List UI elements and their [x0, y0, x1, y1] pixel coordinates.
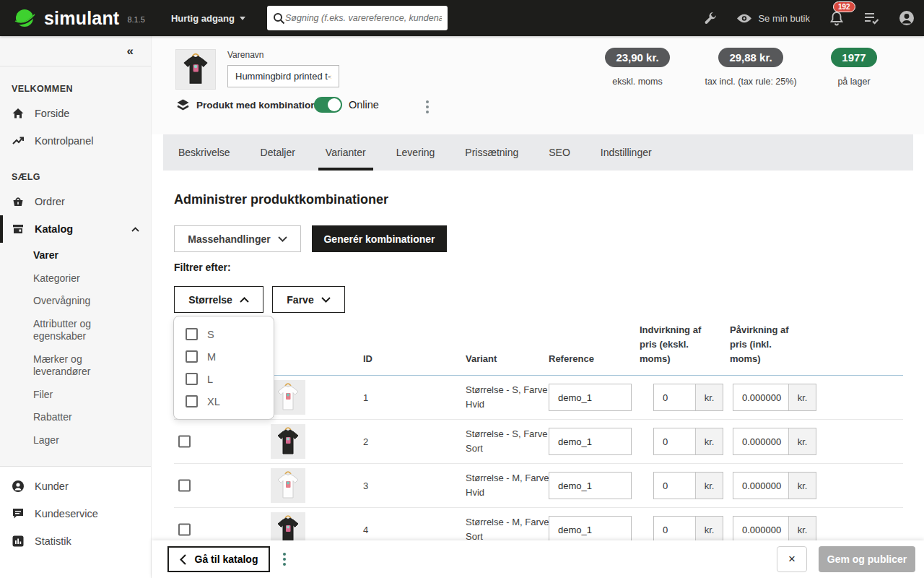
sidebar: « VELKOMMEN Forside Kontrolpanel SÆLG Or… [0, 36, 152, 578]
sidebar-item-ordrer[interactable]: Ordrer [0, 188, 151, 215]
sidebar-item-forside[interactable]: Forside [0, 100, 151, 127]
eye-icon [736, 13, 752, 24]
tab-prissaetning[interactable]: Prissætning [458, 134, 526, 171]
price-excl-pill: 23,90 kr. [605, 48, 669, 67]
currency-addon: kr. [788, 473, 816, 499]
price-impact-excl-group: kr. [653, 384, 723, 411]
product-type-badge: Produkt med kombinationer [176, 98, 326, 112]
tab-seo[interactable]: SEO [541, 134, 578, 171]
submenu-item-attributter[interactable]: Attributter og egenskaber [0, 313, 151, 348]
currency-addon: kr. [788, 517, 816, 543]
color-filter-dropdown[interactable]: Farve [272, 286, 345, 313]
submenu-item-kategorier[interactable]: Kategorier [0, 267, 151, 290]
price-impact-excl-input[interactable] [654, 517, 695, 543]
chevron-down-icon [278, 236, 287, 242]
price-impact-excl-input[interactable] [654, 428, 695, 454]
price-impact-incl-input[interactable] [733, 384, 788, 410]
chevron-down-icon [321, 297, 331, 303]
sidebar-item-kundeservice[interactable]: Kundeservice [0, 500, 151, 527]
reference-input[interactable] [549, 384, 631, 410]
save-and-publish-button[interactable]: Gem og publicer [819, 546, 915, 572]
submenu-item-rabatter[interactable]: Rabatter [0, 406, 151, 429]
submenu-item-overvaagning[interactable]: Overvågning [0, 290, 151, 313]
currency-addon: kr. [788, 384, 816, 410]
size-option-label: S [207, 329, 214, 340]
product-name-input[interactable] [227, 65, 339, 87]
checkbox[interactable] [186, 328, 198, 340]
collapse-sidebar-button[interactable]: « [127, 44, 134, 59]
basket-icon [12, 195, 25, 208]
bulk-actions-dropdown[interactable]: Massehandlinger [174, 225, 301, 252]
reference-group [549, 384, 632, 411]
filter-by-label: Filtrer efter: [174, 262, 231, 273]
price-impact-incl-input[interactable] [733, 473, 788, 499]
submenu-item-varer[interactable]: Varer [0, 244, 151, 267]
combination-image [271, 424, 305, 459]
size-option-xl[interactable]: XL [174, 390, 274, 413]
reference-input[interactable] [549, 428, 631, 454]
size-filter-dropdown[interactable]: Størrelse [174, 286, 263, 313]
tasks-button[interactable] [863, 12, 879, 25]
checkbox[interactable] [186, 373, 198, 385]
footer-more-actions-button[interactable] [283, 553, 286, 566]
sidebar-item-statistik[interactable]: Statistik [0, 527, 151, 555]
column-header-price-incl: Påvirkning af pris (inkl. moms) [730, 323, 793, 366]
generate-combinations-button[interactable]: Generér kombinationer [312, 225, 447, 252]
sidebar-item-kunder[interactable]: Kunder [0, 473, 151, 500]
reference-input[interactable] [549, 517, 631, 543]
submenu-item-lager[interactable]: Lager [0, 429, 151, 452]
table-row: 1Størrelse - S, Farve - Hvidkr.kr. [174, 376, 903, 420]
notifications-button[interactable]: 192 [829, 10, 845, 26]
reference-group [549, 428, 632, 455]
submenu-item-filer[interactable]: Filer [0, 384, 151, 407]
tab-beskrivelse[interactable]: Beskrivelse [171, 134, 237, 171]
sidebar-item-kontrolpanel[interactable]: Kontrolpanel [0, 127, 151, 155]
price-impact-incl-input[interactable] [733, 428, 788, 454]
product-more-actions-button[interactable] [426, 100, 429, 113]
brand-logo[interactable]: simulant 8.1.5 [0, 5, 152, 31]
size-option-l[interactable]: L [174, 368, 274, 390]
submenu-item-maerker[interactable]: Mærker og leverandører [0, 348, 151, 384]
column-header-reference: Reference [549, 352, 594, 366]
footer-bar: Gå til katalog × Gem og publicer [152, 540, 924, 578]
table-row: 3Størrelse - M, Farve - Hvidkr.kr. [174, 464, 903, 508]
reference-input[interactable] [549, 473, 631, 499]
quick-access-menu[interactable]: Hurtig adgang [171, 13, 245, 24]
combination-variant: Størrelse - M, Farve - Hvid [466, 471, 561, 500]
page-title: Administrer produktkombinationer [174, 192, 388, 207]
row-checkbox[interactable] [178, 524, 191, 536]
table-row: 2Størrelse - S, Farve - Sortkr.kr. [174, 420, 903, 464]
tab-indstillinger[interactable]: Indstillinger [593, 134, 659, 171]
row-checkbox[interactable] [178, 480, 191, 492]
reference-group [549, 516, 632, 543]
checkbox[interactable] [186, 350, 198, 363]
back-to-catalog-button[interactable]: Gå til katalog [167, 546, 270, 572]
checkbox[interactable] [186, 395, 198, 407]
size-option-s[interactable]: S [174, 323, 274, 345]
tab-detaljer[interactable]: Detaljer [253, 134, 302, 171]
row-checkbox[interactable] [178, 436, 191, 448]
account-button[interactable] [898, 9, 915, 27]
sidebar-collapse-strip: « [0, 36, 151, 66]
view-shop-link[interactable]: Se min butik [736, 13, 810, 24]
size-option-m[interactable]: M [174, 345, 274, 368]
price-incl-stat: 29,88 kr. tax incl. (tax rule: 25%) [693, 48, 808, 87]
currency-addon: kr. [695, 517, 723, 543]
price-incl-pill: 29,88 kr. [718, 48, 783, 67]
price-impact-incl-input[interactable] [733, 517, 788, 543]
currency-addon: kr. [788, 428, 816, 454]
online-toggle[interactable] [314, 97, 342, 113]
sidebar-item-katalog[interactable]: Katalog [0, 215, 151, 243]
price-impact-excl-input[interactable] [654, 384, 695, 410]
cancel-button[interactable]: × [777, 546, 807, 572]
currency-addon: kr. [695, 384, 723, 410]
sidebar-section-forbedr: FORBEDR [0, 555, 151, 578]
tab-varianter[interactable]: Varianter [318, 134, 373, 171]
debug-wrench-button[interactable] [703, 11, 718, 25]
global-search [267, 6, 448, 30]
column-header-variant: Variant [466, 352, 497, 366]
price-impact-excl-input[interactable] [654, 473, 695, 499]
price-impact-excl-group: kr. [653, 472, 723, 499]
tab-levering[interactable]: Levering [389, 134, 443, 171]
search-input[interactable] [285, 13, 442, 23]
